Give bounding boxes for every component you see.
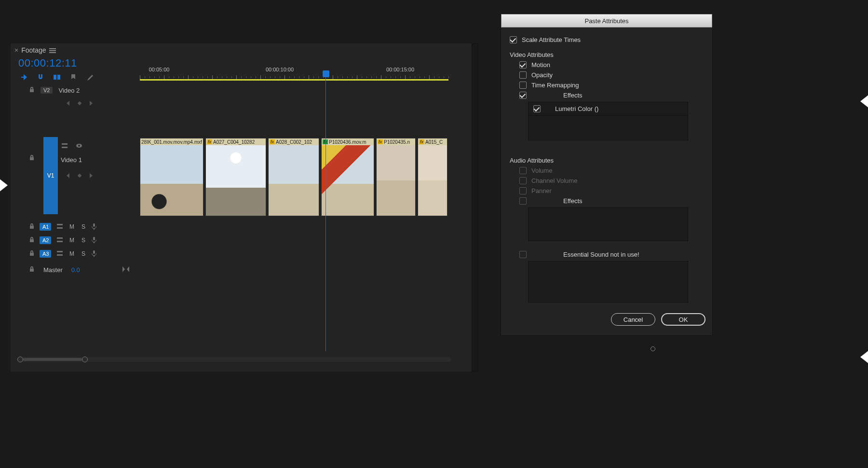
- sync-lock-icon[interactable]: [56, 222, 64, 232]
- zoom-handle-icon[interactable]: [651, 346, 655, 351]
- snap-icon[interactable]: [37, 73, 44, 81]
- settings-icon[interactable]: [86, 73, 94, 81]
- collapse-icon[interactable]: [122, 266, 129, 274]
- paste-attributes-dialog: Paste Attributes Scale Attribute Times V…: [501, 14, 713, 336]
- master-value[interactable]: 0.0: [71, 266, 80, 274]
- audio-meter: [472, 43, 478, 372]
- fx-badge-icon[interactable]: fx: [270, 139, 275, 144]
- lumetri-label: Lumetri Color (): [555, 105, 598, 112]
- clip-name: A027_C004_10282: [213, 139, 255, 145]
- ruler-label: 00:00:15:00: [386, 67, 414, 72]
- add-keyframe-icon[interactable]: [78, 101, 81, 105]
- panner-label: Panner: [531, 187, 552, 194]
- svg-rect-3: [62, 147, 68, 148]
- opacity-checkbox[interactable]: [519, 71, 527, 79]
- svg-rect-1: [57, 75, 60, 80]
- clip-thumbnail: [322, 145, 374, 216]
- sync-lock-icon[interactable]: [56, 249, 64, 259]
- marker-icon[interactable]: [69, 73, 77, 81]
- linked-selection-icon[interactable]: [53, 73, 61, 81]
- prev-keyframe-icon[interactable]: [67, 173, 69, 178]
- clip-name: 28IK_001.mov.mov.mp4.mxf: [141, 139, 202, 145]
- fx-badge-icon[interactable]: fx: [378, 139, 383, 144]
- prev-keyframe-icon[interactable]: [67, 101, 69, 106]
- mute-button[interactable]: M: [68, 237, 75, 244]
- track-v2-pill[interactable]: V2: [41, 87, 53, 94]
- volume-checkbox: [519, 167, 527, 174]
- scale-attribute-times-label: Scale Attribute Times: [522, 36, 581, 43]
- timeline-clip[interactable]: fx A027_C004_10282: [205, 138, 266, 216]
- video-effects-checkbox[interactable]: [519, 92, 527, 99]
- essential-sound-label: Essential Sound not in use!: [563, 251, 639, 258]
- clip-name: P1020435.n: [384, 139, 410, 145]
- track-master-row: Master 0.0: [29, 262, 129, 277]
- next-keyframe-icon[interactable]: [90, 173, 93, 178]
- svg-rect-14: [93, 250, 95, 254]
- svg-point-5: [78, 145, 80, 147]
- solo-button[interactable]: S: [80, 223, 87, 230]
- lock-icon[interactable]: [29, 154, 35, 163]
- lock-icon[interactable]: [29, 250, 35, 258]
- svg-rect-7: [57, 227, 63, 229]
- lumetri-checkbox[interactable]: [533, 105, 541, 112]
- scale-attribute-times-checkbox[interactable]: [510, 36, 517, 43]
- playhead-handle-icon[interactable]: [323, 70, 329, 77]
- motion-checkbox[interactable]: [519, 61, 527, 69]
- video-effects-label: Effects: [563, 92, 583, 99]
- insert-overwrite-icon[interactable]: [20, 73, 28, 81]
- voiceover-icon[interactable]: [92, 223, 96, 231]
- toggle-track-output-icon[interactable]: [75, 142, 83, 151]
- sync-lock-icon[interactable]: [56, 236, 64, 245]
- timeline-clip[interactable]: fx A015_C: [418, 138, 448, 216]
- mute-button[interactable]: M: [68, 223, 75, 230]
- solo-button[interactable]: S: [80, 250, 87, 257]
- track-a1-pill[interactable]: A1: [40, 223, 51, 231]
- lock-icon[interactable]: [29, 236, 35, 245]
- clip-name: P1020436.mov.m: [329, 139, 366, 145]
- ok-button[interactable]: OK: [661, 313, 705, 326]
- playhead-timecode[interactable]: 00:00:12:11: [18, 57, 77, 69]
- time-remapping-checkbox[interactable]: [519, 82, 527, 89]
- track-a3-pill[interactable]: A3: [40, 250, 51, 258]
- timeline-clip[interactable]: fx P1020435.n: [376, 138, 416, 216]
- timeline-clip[interactable]: 28IK_001.mov.mov.mp4.mxf: [140, 138, 203, 216]
- horizontal-zoom-scroll[interactable]: [17, 357, 451, 362]
- lock-icon[interactable]: [29, 86, 35, 95]
- cancel-button[interactable]: Cancel: [611, 313, 655, 326]
- timeline-tab[interactable]: × Footage: [11, 45, 60, 55]
- time-ruler[interactable]: 00:05:0000:00:10:0000:00:15:00: [140, 65, 448, 79]
- lock-icon[interactable]: [29, 223, 35, 231]
- opacity-label: Opacity: [531, 71, 553, 79]
- clip-thumbnail: [206, 145, 266, 216]
- svg-rect-2: [62, 143, 68, 145]
- zoom-handle-left-icon[interactable]: [17, 357, 23, 362]
- audio-effects-checkbox: [519, 197, 527, 205]
- voiceover-icon[interactable]: [92, 236, 96, 245]
- right-edge-arrow2-icon: [860, 350, 868, 364]
- voiceover-icon[interactable]: [92, 250, 96, 258]
- scroll-thumb[interactable]: [23, 358, 82, 361]
- timeline-clip[interactable]: fx P1020436.mov.m: [321, 138, 374, 216]
- add-keyframe-icon[interactable]: [78, 174, 81, 178]
- svg-rect-0: [54, 75, 56, 80]
- svg-rect-9: [57, 237, 63, 239]
- playhead-line[interactable]: [326, 71, 326, 351]
- track-a2-pill[interactable]: A2: [40, 236, 51, 244]
- fx-badge-icon[interactable]: fx: [419, 139, 424, 144]
- zoom-handle-right-icon[interactable]: [82, 357, 88, 362]
- next-keyframe-icon[interactable]: [90, 101, 93, 106]
- panel-menu-icon[interactable]: [49, 47, 56, 53]
- fx-badge-icon[interactable]: fx: [207, 139, 212, 144]
- solo-button[interactable]: S: [80, 237, 87, 244]
- mute-button[interactable]: M: [68, 250, 75, 257]
- in-out-range[interactable]: [140, 79, 448, 81]
- toggle-sync-lock-icon[interactable]: [61, 142, 68, 151]
- volume-label: Volume: [531, 167, 552, 174]
- clip-name: A015_C: [425, 139, 443, 145]
- close-icon[interactable]: ×: [14, 46, 18, 54]
- lock-icon[interactable]: [29, 266, 35, 274]
- video-attributes-heading: Video Attributes: [510, 51, 705, 58]
- svg-rect-13: [57, 254, 63, 256]
- sequence-name: Footage: [21, 46, 46, 54]
- timeline-clip[interactable]: fx A028_C002_102: [268, 138, 319, 216]
